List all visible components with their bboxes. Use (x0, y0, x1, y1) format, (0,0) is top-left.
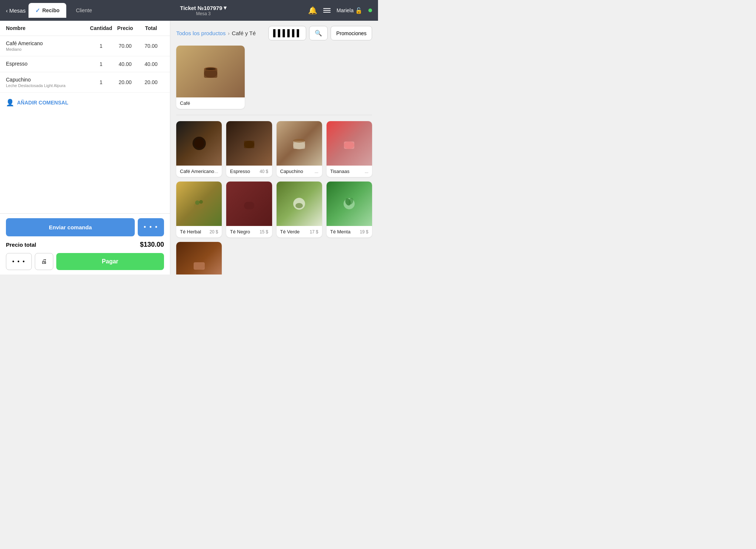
product-card-americano[interactable]: Café Americano ... (176, 121, 222, 177)
col-nombre: Nombre (6, 25, 90, 31)
svg-rect-24 (194, 262, 205, 270)
left-panel: Nombre Cantidad Precio Total Café Americ… (0, 21, 170, 274)
product-image-espresso (226, 121, 272, 166)
back-button[interactable]: ‹ Mesas (6, 7, 26, 14)
product-card-tisanas[interactable]: Tisanaas ... (327, 121, 372, 177)
product-price: 20 $ (210, 229, 218, 234)
product-card-espresso[interactable]: Espresso 40 $ (226, 121, 272, 177)
send-order-button[interactable]: Enviar comanda (6, 218, 135, 236)
tab-recibo-label: Recibo (42, 7, 60, 13)
svg-point-19 (295, 203, 303, 208)
featured-row: Café (176, 46, 372, 115)
product-name: Té Negro (230, 229, 250, 234)
table-row[interactable]: Café Americano Mediano 1 70.00 70.00 (0, 36, 170, 56)
product-image-menta (327, 182, 372, 226)
product-name: Café Americano (180, 169, 214, 174)
lock-icon: 🔓 (355, 7, 362, 14)
send-more-button[interactable]: • • • (138, 218, 164, 236)
product-image-capuchino (277, 121, 322, 166)
product-name: Espresso (230, 169, 250, 174)
item-price: 40.00 (112, 61, 138, 67)
product-price: 40 $ (260, 169, 268, 174)
svg-rect-17 (244, 202, 254, 209)
svg-point-14 (195, 200, 200, 205)
mesa-label: Mesa 3 (101, 11, 305, 16)
product-card-te-menta[interactable]: Té Menta 19 $ (327, 182, 372, 237)
more-options-button[interactable]: • • • (6, 253, 32, 270)
item-total: 40.00 (138, 61, 164, 67)
item-name: Café Americano (6, 40, 90, 46)
tab-recibo[interactable]: ✓ Recibo (29, 3, 66, 18)
user-label: Mariela 🔓 (337, 7, 362, 14)
item-qty: 1 (90, 61, 112, 67)
product-image-chocolate (176, 242, 222, 274)
product-label: Capuchino ... (277, 166, 322, 177)
item-price: 70.00 (112, 43, 138, 49)
products-grid-2: Té Herbal 20 $ Té Negro 15 $ (176, 182, 372, 237)
product-card-cafe[interactable]: Café (176, 46, 245, 109)
product-more-icon: ... (365, 169, 368, 174)
item-qty: 1 (90, 43, 112, 49)
item-price: 20.00 (112, 79, 138, 85)
breadcrumb-all-products[interactable]: Todos los productos (176, 30, 225, 36)
notification-bell-icon[interactable]: 🔔 (308, 6, 317, 15)
table-row[interactable]: Capuchino Leche Deslactosada Light Alpur… (0, 72, 170, 93)
product-card-chocolate[interactable]: Chocolate Caliente 23 $ (176, 242, 222, 274)
item-name: Capuchino (6, 77, 90, 83)
product-card-te-herbal[interactable]: Té Herbal 20 $ (176, 182, 222, 237)
app-header: ‹ Mesas ✓ Recibo Cliente Ticket №107979 … (0, 0, 378, 21)
item-subtitle: Leche Deslactosada Light Alpura (6, 83, 90, 88)
col-precio: Precio (112, 25, 138, 31)
svg-point-10 (293, 139, 305, 143)
product-label: Té Herbal 20 $ (176, 226, 222, 237)
breadcrumb-current: Café y Té (232, 30, 256, 36)
print-button[interactable]: 🖨 (35, 253, 53, 270)
search-button[interactable]: 🔍 (309, 26, 328, 40)
product-header-actions: ▌▌▌▌▌▌ 🔍 Promociones (268, 26, 372, 40)
product-card-te-negro[interactable]: Té Negro 15 $ (226, 182, 272, 237)
product-label: Café (176, 97, 245, 109)
product-card-capuchino[interactable]: Capuchino ... (277, 121, 322, 177)
pay-button[interactable]: Pagar (56, 253, 164, 270)
col-total: Total (138, 25, 164, 31)
product-name: Tisanaas (330, 169, 349, 174)
product-price: 19 $ (360, 229, 368, 234)
product-image-cafe (176, 46, 245, 97)
product-card-te-verde[interactable]: Té Verde 17 $ (277, 182, 322, 237)
breadcrumb-separator: › (228, 30, 230, 36)
product-name: Capuchino (280, 169, 303, 174)
hamburger-menu-icon[interactable] (323, 8, 331, 13)
person-icon: 👤 (6, 99, 14, 107)
barcode-button[interactable]: ▌▌▌▌▌▌ (268, 26, 307, 40)
products-header: Todos los productos › Café y Té ▌▌▌▌▌▌ 🔍… (170, 21, 378, 46)
product-more-icon: ... (214, 169, 218, 174)
dropdown-chevron-icon: ▾ (224, 4, 227, 11)
item-subtitle: Mediano (6, 47, 90, 51)
products-grid-3: Chocolate Caliente 23 $ (176, 242, 372, 274)
promotions-button[interactable]: Promociones (331, 26, 372, 40)
tab-cliente[interactable]: Cliente (69, 4, 99, 16)
item-total: 70.00 (138, 43, 164, 49)
svg-point-3 (205, 68, 216, 70)
product-image-verde (277, 182, 322, 226)
svg-rect-12 (344, 142, 354, 149)
product-price: 15 $ (260, 229, 268, 234)
header-center: Ticket №107979 ▾ Mesa 3 (101, 4, 305, 16)
main-layout: Nombre Cantidad Precio Total Café Americ… (0, 21, 378, 274)
ticket-title[interactable]: Ticket №107979 ▾ (101, 4, 305, 11)
product-image-herbal (176, 182, 222, 226)
product-more-icon: ... (315, 169, 318, 174)
add-diner-button[interactable]: 👤 AÑADIR COMENSAL (0, 93, 170, 113)
back-label: Mesas (9, 7, 26, 14)
products-area: Café Café Americano ... (170, 46, 378, 274)
product-image-negro (226, 182, 272, 226)
table-row[interactable]: Espresso 1 40.00 40.00 (0, 56, 170, 72)
send-btn-row: Enviar comanda • • • (6, 218, 164, 236)
right-panel: Todos los productos › Café y Té ▌▌▌▌▌▌ 🔍… (170, 21, 378, 274)
product-name: Té Verde (280, 229, 300, 234)
col-cantidad: Cantidad (90, 25, 112, 31)
product-image-tisanas (327, 121, 372, 166)
product-label: Tisanaas ... (327, 166, 372, 177)
price-total-row: Precio total $130.00 (6, 241, 164, 249)
action-buttons-row: • • • 🖨 Pagar (6, 253, 164, 270)
